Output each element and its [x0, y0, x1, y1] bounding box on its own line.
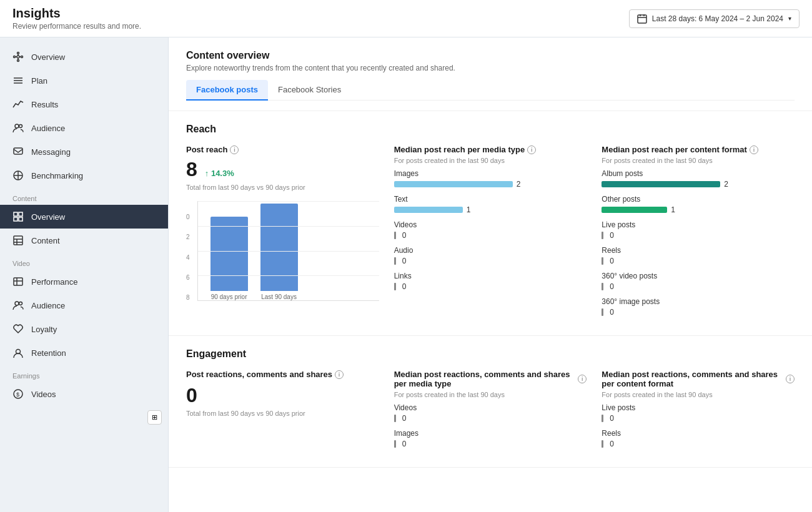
sidebar: Overview Plan Results [0, 37, 169, 512]
bar-track-links [394, 283, 396, 290]
loyalty-icon [12, 323, 24, 335]
post-reach-info-icon[interactable]: i [230, 145, 239, 154]
engagement-format-info-icon[interactable]: i [786, 375, 795, 383]
post-reach-period: Total from last 90 days vs 90 days prior [186, 184, 379, 191]
engagement-title: Engagement [186, 348, 795, 360]
svg-point-34 [19, 302, 22, 305]
engagement-section: Engagement Post reactions, comments and … [169, 336, 812, 468]
bar-links: Links 0 [394, 272, 587, 291]
svg-rect-25 [19, 217, 22, 221]
page-subtitle: Review performance results and more. [12, 22, 141, 31]
bar-chart: 90 days prior Last 90 days [197, 201, 379, 301]
tab-facebook-posts[interactable]: Facebook posts [186, 80, 268, 101]
median-content-format-block: Median post reach per content format i F… [602, 145, 795, 323]
retention-icon [12, 347, 24, 358]
bar-videos: Videos 0 [394, 220, 587, 240]
median-media-info-icon[interactable]: i [527, 145, 536, 154]
sidebar-item-content-content[interactable]: Content [0, 229, 168, 252]
bar-last-90-days [260, 204, 298, 291]
results-icon [12, 99, 24, 110]
date-range-button[interactable]: Last 28 days: 6 May 2024 – 2 Jun 2024 ▾ [629, 9, 800, 28]
svg-point-4 [17, 56, 19, 58]
svg-rect-22 [14, 212, 17, 216]
median-media-bars: Images 2 Text 1 [394, 169, 587, 291]
post-reactions-block: Post reactions, comments and shares i 0 … [186, 370, 379, 455]
bar-text: Text 1 [394, 195, 587, 214]
svg-rect-24 [14, 217, 17, 221]
tab-facebook-stories[interactable]: Facebook Stories [268, 80, 351, 101]
sidebar-label-audience: Audience [31, 124, 65, 133]
sidebar-label-loyalty: Loyalty [31, 325, 57, 334]
main-layout: Overview Plan Results [0, 37, 812, 512]
earnings-section-label: Earnings [0, 365, 168, 382]
median-media-type-label: Median post reach per media type i [394, 145, 587, 154]
sidebar-item-video-audience[interactable]: Audience [0, 293, 168, 317]
eng-bar-track-videos [394, 415, 396, 422]
median-format-sublabel: For posts created in the last 90 days [602, 157, 795, 164]
post-reach-block: Post reach i 8 ↑ 14.3% Total from last 9… [186, 145, 379, 323]
svg-rect-23 [19, 212, 22, 216]
sidebar-item-video-performance[interactable]: Performance [0, 270, 168, 293]
engagement-media-info-icon[interactable]: i [578, 375, 587, 383]
content-overview-subtitle: Explore noteworthy trends from the conte… [186, 64, 795, 72]
median-format-bars: Album posts 2 Other posts 1 [602, 169, 795, 317]
audience-icon [12, 122, 24, 134]
svg-point-33 [15, 302, 19, 305]
median-media-type-block: Median post reach per media type i For p… [394, 145, 587, 323]
content-overview-title: Content overview [186, 50, 795, 61]
svg-rect-26 [14, 236, 22, 245]
sidebar-item-loyalty[interactable]: Loyalty [0, 317, 168, 341]
post-reach-change: ↑ 14.3% [205, 169, 234, 178]
bar-90-days-prior [210, 217, 248, 291]
svg-rect-18 [14, 148, 22, 154]
engagement-metrics-grid: Post reactions, comments and shares i 0 … [186, 370, 795, 455]
post-reactions-label: Post reactions, comments and shares i [186, 370, 379, 379]
bar-album-posts: Album posts 2 [602, 169, 795, 189]
post-reach-value: 8 [186, 158, 197, 181]
video-audience-icon [12, 300, 24, 311]
sidebar-item-overview[interactable]: Overview [0, 45, 168, 69]
svg-point-7 [14, 56, 16, 58]
engagement-media-sublabel: For posts created in the last 90 days [394, 391, 587, 398]
eng-bar-track-live [602, 415, 603, 422]
bar-label-last: Last 90 days [261, 293, 297, 300]
sidebar-item-content-overview[interactable]: Overview [0, 205, 168, 229]
branding: Insights Review performance results and … [12, 6, 141, 31]
sidebar-item-retention[interactable]: Retention [0, 341, 168, 365]
bar-track-360-video [602, 283, 603, 290]
bar-track-text [394, 207, 463, 213]
engagement-media-bars: Videos 0 Images 0 [394, 403, 587, 448]
content-area: Content overview Explore noteworthy tren… [169, 37, 812, 512]
sidebar-item-plan[interactable]: Plan [0, 69, 168, 92]
date-range-label: Last 28 days: 6 May 2024 – 2 Jun 2024 [652, 14, 783, 23]
sidebar-item-results[interactable]: Results [0, 92, 168, 116]
engagement-format-sublabel: For posts created in the last 90 days [602, 391, 795, 398]
eng-bar-track-reels [602, 440, 603, 448]
engagement-media-type-label: Median post reactions, comments and shar… [394, 370, 587, 388]
eng-bar-images: Images 0 [394, 429, 587, 448]
sidebar-item-messaging[interactable]: Messaging [0, 140, 168, 164]
bar-track-reels [602, 257, 603, 265]
collapse-sidebar-button[interactable]: ⊞ [147, 410, 162, 425]
page-title: Insights [12, 6, 141, 21]
sidebar-label-video-audience: Audience [31, 301, 65, 310]
bar-other-posts: Other posts 1 [602, 195, 795, 214]
post-reactions-info-icon[interactable]: i [335, 370, 344, 379]
eng-bar-videos: Videos 0 [394, 403, 587, 423]
bar-group-last: Last 90 days [260, 204, 298, 300]
sidebar-label-videos: Videos [31, 390, 56, 399]
svg-point-8 [21, 56, 23, 58]
metrics-grid: Post reach i 8 ↑ 14.3% Total from last 9… [186, 145, 795, 323]
median-format-info-icon[interactable]: i [750, 145, 758, 154]
svg-rect-30 [14, 278, 22, 285]
sidebar-item-benchmarking[interactable]: Benchmarking [0, 164, 168, 187]
sidebar-item-audience[interactable]: Audience [0, 116, 168, 140]
bar-360-video: 360° video posts 0 [602, 272, 795, 291]
dollar-circle-icon: $ [12, 388, 24, 400]
bar-360-image: 360° image posts 0 [602, 297, 795, 317]
eng-bar-track-images [394, 440, 396, 448]
sidebar-item-videos[interactable]: $ Videos [0, 382, 168, 406]
sidebar-label-overview: Overview [31, 52, 65, 62]
sidebar-label-content: Content [31, 236, 60, 245]
svg-rect-0 [638, 15, 646, 23]
